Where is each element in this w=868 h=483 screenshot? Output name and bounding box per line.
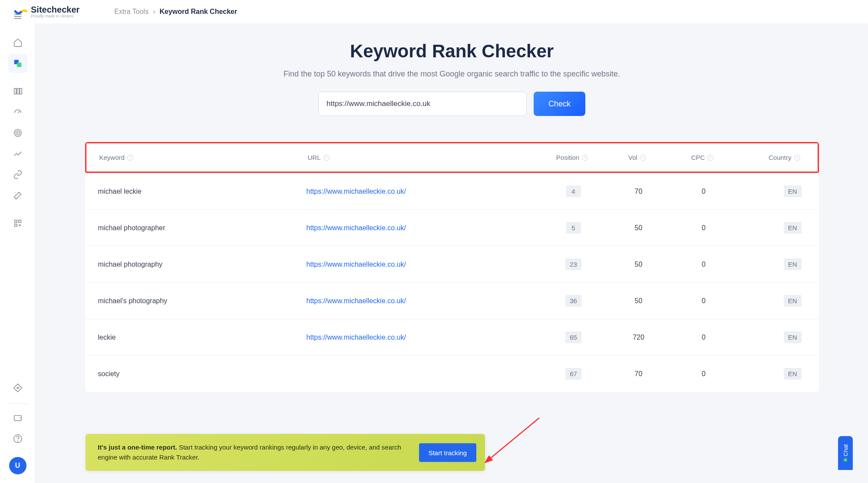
country-badge: EN [784,295,802,307]
home-icon[interactable] [8,33,27,52]
target-icon[interactable] [8,123,27,142]
magic-wand-icon[interactable] [8,186,27,205]
callout-banner: It's just a one-time report. Start track… [86,434,485,471]
avatar[interactable]: U [9,457,26,474]
country-badge: EN [784,368,802,380]
cell-position: 67 [541,368,606,380]
info-icon[interactable]: ? [323,155,330,161]
svg-rect-11 [14,224,17,227]
svg-point-16 [17,441,18,441]
columns-icon[interactable] [8,82,27,101]
svg-rect-4 [17,89,19,94]
info-icon[interactable]: ? [640,155,646,161]
cell-country: EN [736,222,806,234]
cell-cpc: 0 [671,261,736,268]
search-row: Check [62,92,842,116]
cell-cpc: 0 [671,370,736,378]
cell-keyword: michael leckie [98,188,307,195]
column-header-position[interactable]: Position? [540,154,605,161]
position-badge: 23 [565,258,581,270]
cell-vol: 50 [606,297,671,305]
cell-country: EN [736,258,806,270]
country-badge: EN [784,258,802,270]
column-header-keyword[interactable]: Keyword? [99,154,308,161]
info-icon[interactable]: ? [582,155,588,161]
url-input[interactable] [318,92,527,116]
column-header-url[interactable]: URL? [308,154,540,161]
avatar-initial: U [15,462,20,470]
cell-position: 36 [541,295,606,307]
brand-name: Sitechecker [31,5,79,14]
breadcrumb: Extra Tools › Keyword Rank Checker [114,8,237,16]
cell-keyword: michael photographer [98,224,307,232]
svg-point-13 [17,387,19,389]
table-row: leckie https://www.michaelleckie.co.uk/ … [85,319,819,355]
cell-country: EN [736,295,806,307]
cell-country: EN [736,368,806,380]
cell-url: https://www.michaelleckie.co.uk/ [307,224,541,232]
wallet-icon[interactable] [8,408,27,427]
url-link[interactable]: https://www.michaelleckie.co.uk/ [307,334,406,341]
column-header-cpc[interactable]: CPC? [670,154,735,161]
arrow-annotation-icon [483,416,548,468]
cell-url: https://www.michaelleckie.co.uk/ [307,188,541,195]
column-header-country[interactable]: Country? [735,154,805,161]
cell-country: EN [736,185,806,197]
url-link[interactable]: https://www.michaelleckie.co.uk/ [307,224,406,232]
sidebar: U [0,0,36,483]
results-card: Keyword? URL? Position? Vol? CPC? Countr… [85,142,819,392]
column-header-vol[interactable]: Vol? [605,154,670,161]
cell-keyword: society [98,370,307,378]
check-button[interactable]: Check [534,92,585,116]
breadcrumb-current: Keyword Rank Checker [159,8,237,16]
svg-rect-9 [14,220,17,223]
cell-country: EN [736,331,806,343]
svg-point-8 [17,132,18,133]
page-title: Keyword Rank Checker [62,41,842,62]
cell-cpc: 0 [671,297,736,305]
link-icon[interactable] [8,165,27,184]
cell-position: 4 [541,185,606,197]
url-link[interactable]: https://www.michaelleckie.co.uk/ [307,188,406,195]
svg-marker-12 [13,384,21,392]
cell-vol: 720 [606,334,671,341]
content: Keyword Rank Checker Find the top 50 key… [36,23,868,483]
svg-rect-3 [14,89,16,94]
svg-line-18 [489,418,539,459]
position-badge: 5 [566,222,581,234]
cell-vol: 70 [606,188,671,195]
url-link[interactable]: https://www.michaelleckie.co.uk/ [307,297,406,304]
cell-position: 5 [541,222,606,234]
chat-button[interactable]: Chat [838,436,853,470]
table-row: michael photographer https://www.michael… [85,209,819,246]
info-icon[interactable]: ? [794,155,800,161]
svg-rect-10 [18,220,21,223]
cell-cpc: 0 [671,334,736,341]
cell-keyword: michael's photography [98,297,307,305]
breadcrumb-parent[interactable]: Extra Tools [114,8,149,16]
cell-cpc: 0 [671,188,736,195]
cell-position: 65 [541,331,606,343]
logo[interactable]: Sitechecker Proudly made in Ukraine [14,5,79,18]
cell-position: 23 [541,258,606,270]
svg-point-7 [16,131,20,135]
country-badge: EN [784,331,802,343]
chat-label: Chat [842,444,849,456]
extra-tools-icon[interactable] [8,54,27,73]
position-badge: 65 [565,331,581,343]
apps-icon[interactable] [8,214,27,233]
compass-icon[interactable] [8,378,27,397]
page-subtitle: Find the top 50 keywords that drive the … [62,69,842,79]
svg-rect-5 [20,89,22,94]
info-icon[interactable]: ? [127,155,133,161]
start-tracking-button[interactable]: Start tracking [419,443,476,462]
results-table: Keyword? URL? Position? Vol? CPC? Countr… [85,142,819,392]
dashboard-icon[interactable] [8,103,27,122]
table-row: michael photography https://www.michaell… [85,246,819,282]
table-row: michael's photography https://www.michae… [85,282,819,319]
help-icon[interactable] [8,429,27,448]
position-badge: 4 [566,185,581,197]
trend-icon[interactable] [8,144,27,163]
info-icon[interactable]: ? [707,155,713,161]
url-link[interactable]: https://www.michaelleckie.co.uk/ [307,261,406,268]
